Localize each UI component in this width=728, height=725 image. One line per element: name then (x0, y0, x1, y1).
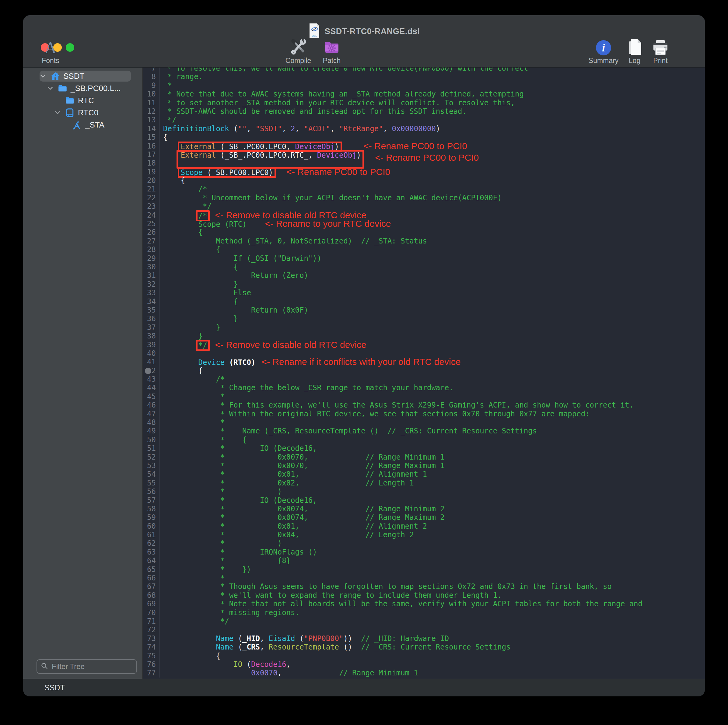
chevron-down-icon[interactable] (46, 85, 55, 92)
code-token: { (163, 652, 220, 660)
patch-button[interactable]: Patch (310, 37, 353, 65)
code-token: ( (234, 643, 242, 652)
code-line: 50 * { (143, 436, 705, 444)
code-line: 24 /*<- Remove to disable old RTC device (143, 211, 705, 219)
code-line: 77 0x0070, // Range Minimum 1 (143, 669, 705, 677)
line-number: 39 (143, 341, 160, 349)
code-token: 0x00000000 (392, 124, 436, 133)
line-number: 72 (143, 626, 160, 634)
chevron-down-icon[interactable] (53, 109, 62, 116)
code-text: Name (_CRS, ResourceTemplate () // _CRS:… (160, 643, 511, 652)
tree-item-sta[interactable]: _STA (23, 119, 142, 131)
code-token: */ (163, 116, 176, 124)
code-token: Name (216, 643, 234, 652)
code-text: */ (160, 202, 211, 211)
code-token: ) (357, 151, 361, 159)
chevron-down-icon[interactable] (38, 73, 47, 80)
line-number: 66 (143, 574, 160, 582)
code-text: { (160, 263, 238, 271)
code-editor[interactable]: 7 * To resolve this, we'll want to creat… (143, 67, 705, 679)
code-text: { (160, 245, 220, 254)
code-line: 30 { (143, 263, 705, 271)
code-text: * Change the below _CSR range to match y… (160, 384, 453, 392)
code-token (163, 341, 199, 350)
code-line: 45 * (143, 392, 705, 401)
code-text: * 0x0070, // Range Maximum 1 (160, 462, 445, 470)
tree-item-rtc0[interactable]: RTC0 (23, 107, 142, 119)
line-number: 17 (143, 150, 160, 159)
code-token: Return (0x0F) (163, 306, 308, 314)
code-token: (_SB_.PC00.LPC0.RTC_, (216, 151, 317, 159)
patch-label: Patch (310, 57, 353, 65)
code-token: * (163, 392, 225, 401)
code-token: } (163, 323, 220, 332)
fonts-button[interactable]: A Fonts (29, 37, 72, 65)
code-token: * Change the below _CSR range to match y… (163, 384, 453, 392)
code-line: 57 * IO (Decode16, (143, 496, 705, 505)
red-annotation: <- Remove to disable old RTC device (215, 341, 366, 349)
code-text: } (160, 332, 203, 340)
code-token: * 0x0070, // Range Minimum 1 (163, 453, 445, 462)
code-token: * (163, 418, 225, 427)
line-number: 48 (143, 418, 160, 427)
line-number: 15 (143, 133, 160, 142)
code-token: , (286, 660, 291, 669)
code-token: * Uncomment below if your ACPI doesn't h… (163, 194, 502, 202)
code-text: } (160, 280, 238, 289)
red-highlight-box: External (_SB_.PC00.LPC0, DeviceObj) (181, 142, 339, 151)
tree-item-ssdt[interactable]: SSDT (23, 70, 142, 82)
code-token: 2 (291, 124, 295, 133)
line-number: 50 (143, 436, 160, 444)
line-number: 56 (143, 487, 160, 496)
code-line: 37 } (143, 323, 705, 332)
code-line: 46 * For this example, we'll use the Asu… (143, 401, 705, 409)
code-token: , (295, 124, 304, 133)
code-token: * (163, 574, 225, 582)
line-number: 7 (143, 67, 160, 72)
window-chrome: DSL SSDT-RTC0-RANGE.dsl A Fonts (23, 15, 705, 67)
code-text (160, 159, 163, 167)
tree-item-sb-pc00[interactable]: _SB.PC00.L... (23, 82, 142, 94)
line-number: 31 (143, 271, 160, 280)
code-token: * range. (163, 72, 203, 81)
line-number: 41 (143, 358, 160, 366)
tree-item-rtc[interactable]: RTC (23, 94, 142, 107)
code-token: _CRS (242, 643, 260, 652)
code-token: } (163, 280, 238, 289)
code-token: Decode16 (251, 660, 286, 669)
line-number: 14 (143, 124, 160, 133)
line-number: 24 (143, 211, 160, 219)
code-text: Method (_STA, 0, NotSerialized) // _STA:… (160, 237, 427, 245)
home-icon (49, 71, 61, 81)
code-text: /* (160, 375, 225, 384)
line-number: 34 (143, 297, 160, 306)
code-token: , (260, 634, 269, 643)
tree-item-label: SSDT (63, 72, 84, 81)
status-bar: SSDT (23, 679, 705, 696)
line-number: 11 (143, 99, 160, 107)
code-token: { (163, 297, 238, 306)
code-line: 41 Device (RTC0)<- Rename if it conflict… (143, 358, 705, 366)
code-line: 40 (143, 349, 705, 358)
code-line: 9 * (143, 81, 705, 90)
code-token: , (278, 669, 339, 677)
filter-tree-input[interactable] (51, 662, 147, 671)
line-number: 68 (143, 591, 160, 600)
code-token: * missing regions. (163, 609, 300, 617)
line-number: 59 (143, 513, 160, 522)
print-button[interactable]: Print (639, 37, 682, 65)
code-token: Method (_STA, 0, NotSerialized) // _STA:… (163, 237, 427, 245)
code-text (160, 626, 163, 634)
code-token: "RtcRange" (339, 124, 383, 133)
window-title: SSDT-RTC0-RANGE.dsl (325, 27, 420, 36)
code-text: * 0x01, // Alignment 2 (160, 522, 427, 531)
code-text: */ (160, 617, 229, 626)
line-number: 75 (143, 652, 160, 660)
code-token: * 0x04, // Length 2 (163, 531, 414, 539)
code-line: 63 * IRQNoFlags () (143, 548, 705, 557)
filter-tree-field[interactable] (37, 659, 137, 674)
line-number: 9 (143, 81, 160, 90)
code-token: Else (163, 289, 251, 297)
line-number: 37 (143, 323, 160, 332)
code-text: IO (Decode16, (160, 660, 291, 669)
